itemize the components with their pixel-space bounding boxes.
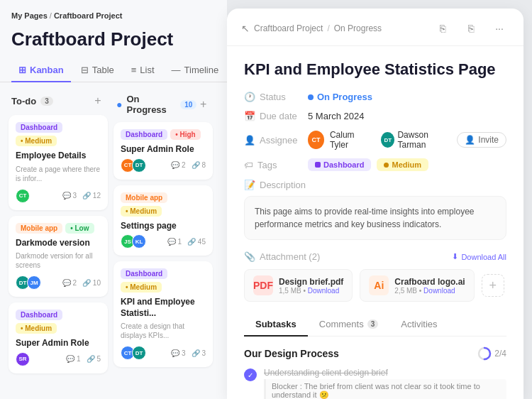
detail-breadcrumb: ↖ Craftboard Project / On Progress (241, 23, 382, 34)
status-label: 🕐 Status (244, 92, 308, 102)
add-progress-button[interactable]: + (196, 97, 210, 111)
card-meta: 💬 2 🔗 8 (171, 161, 206, 169)
card-avatars: CT (16, 189, 27, 203)
detail-panel: ↖ Craftboard Project / On Progress ⎘ ⎘ ·… (227, 9, 523, 399)
attachment-header: 📎 Attachment (2) ⬇ Download All (244, 251, 506, 262)
avatar: JM (27, 275, 41, 290)
column-todo-header: To-do 3 + (9, 94, 108, 108)
breadcrumb: My Pages / Craftboard Project (0, 11, 227, 26)
avatar: SR (16, 352, 30, 366)
tag-mobile: Mobile app (16, 223, 62, 234)
timeline-icon: — (172, 65, 181, 75)
tags-row: 🏷 Tags Dashboard Medium (244, 158, 506, 171)
card-title: Super Admin Role (121, 144, 206, 155)
add-todo-button[interactable]: + (91, 94, 105, 108)
list-icon: ≡ (131, 65, 137, 75)
more-button[interactable]: ··· (489, 18, 509, 38)
card-darkmode: Mobile app • Low Darkmode version Darkmo… (9, 216, 108, 297)
card-subtitle: Create a design that displays KPIs... (121, 322, 206, 340)
tab-timeline[interactable]: — Timeline (165, 59, 226, 82)
card-avatars: JS KL (121, 234, 143, 248)
attachment-icon: 📎 (244, 251, 255, 262)
like-count: 🔗 3 (192, 349, 206, 357)
share-button[interactable]: ⎘ (461, 18, 481, 38)
tag-medium: • Medium (16, 136, 57, 146)
progress-dot: ● (116, 99, 122, 110)
card-footer: JS KL 💬 1 🔗 45 (121, 234, 206, 248)
subtab-comments[interactable]: Comments 3 (308, 313, 389, 337)
file-info-ai: Crafboard logo.ai 2,5 MB • Download (394, 277, 465, 295)
assignee-value: CT Calum Tyler DT Dawson Tarman 👤 Invite (308, 130, 506, 150)
tag-medium: • Medium (121, 206, 162, 217)
subtask-title-1: Understanding client design brief (264, 368, 506, 378)
header-actions: ⎘ ⎘ ··· (433, 18, 509, 38)
card-meta: 💬 3 🔗 12 (62, 192, 101, 200)
download-all-button[interactable]: ⬇ Download All (452, 252, 506, 261)
file-size-ai: 2,5 MB • Download (394, 287, 465, 295)
column-todo-title: To-do (11, 96, 36, 106)
card-tags: Dashboard • Medium (16, 122, 101, 146)
description-text: This page aims to provide real-time insi… (244, 196, 506, 240)
tag-icon: 🏷 (244, 160, 253, 170)
detail-body: KPI and Employee Statistics Page 🕐 Statu… (227, 46, 523, 399)
card-super-admin-todo: Dashboard • Medium Super Admin Role SR 💬… (9, 302, 108, 373)
kanban-icon: ⊞ (18, 65, 26, 75)
tab-table[interactable]: ⊟ Table (74, 59, 121, 82)
column-on-progress: ● On Progress 10 + Dashboard • High Supe… (111, 91, 216, 399)
invite-button[interactable]: 👤 Invite (457, 132, 506, 148)
card-subtitle: Create a page where there is infor... (16, 165, 101, 183)
download-pdf-btn[interactable]: Download (308, 287, 339, 295)
tags-value: Dashboard Medium (308, 158, 428, 171)
attachment-item-ai: Ai Crafboard logo.ai 2,5 MB • Download (360, 269, 474, 302)
progress-icon (477, 346, 492, 361)
tag-dashboard: Dashboard (121, 129, 167, 140)
comment-count: 💬 3 (171, 349, 185, 357)
card-avatars: DT JM (16, 275, 38, 290)
tab-list[interactable]: ≡ List (124, 59, 162, 82)
left-panel: My Pages / Craftboard Project Craftboard… (0, 0, 227, 399)
subtab-activities[interactable]: Activities (389, 313, 448, 337)
person-icon: 👤 (244, 135, 255, 146)
card-tags: Mobile app • Medium (121, 192, 206, 217)
card-meta: 💬 2 🔗 10 (62, 279, 101, 287)
attachment-label: 📎 Attachment (2) (244, 251, 320, 262)
description-icon: 📝 (244, 180, 255, 190)
status-value: On Progress (308, 92, 372, 102)
file-name-pdf: Design brief.pdf (279, 277, 343, 287)
download-ai-btn[interactable]: Download (423, 287, 455, 295)
card-title: KPI and Employee Statisti... (121, 297, 206, 319)
tag-dashboard: Dashboard (16, 310, 62, 320)
like-count: 🔗 5 (87, 355, 101, 363)
like-count: 🔗 8 (192, 161, 206, 169)
status-row: 🕐 Status On Progress (244, 92, 506, 102)
status-dot (308, 94, 314, 100)
edit-button[interactable]: ⎘ (433, 18, 453, 38)
kanban-board: To-do 3 + Dashboard • Medium Employee De… (0, 91, 227, 399)
card-meta: 💬 1 🔗 45 (167, 238, 206, 246)
tag-icon-sq (315, 162, 321, 168)
description-label: 📝 Description (244, 180, 506, 190)
file-info-pdf: Design brief.pdf 1,5 MB • Download (279, 277, 343, 295)
tag-dashboard: Dashboard (16, 122, 62, 133)
tab-kanban[interactable]: ⊞ Kanban (11, 59, 71, 82)
add-attachment-button[interactable]: + (482, 274, 504, 297)
subtab-subtasks[interactable]: Subtasks (244, 313, 308, 337)
project-title: Craftboard Project (0, 26, 227, 59)
file-name-ai: Crafboard logo.ai (394, 277, 465, 287)
card-title: Super Admin Role (16, 338, 101, 349)
card-kpi[interactable]: Dashboard • Medium KPI and Employee Stat… (113, 261, 213, 367)
subtask-check-1[interactable] (244, 368, 257, 381)
subtabs: Subtasks Comments 3 Activities (244, 313, 506, 337)
column-todo: To-do 3 + Dashboard • Medium Employee De… (6, 91, 111, 399)
tag-mobile: Mobile app (121, 192, 167, 203)
subtask-section-header: Our Design Process 2/4 (244, 346, 506, 361)
download-icon: ⬇ (452, 252, 458, 261)
ai-icon: Ai (369, 275, 389, 295)
subtask-item-1: Understanding client design brief Blocke… (244, 368, 506, 399)
assignee1-avatar: CT (308, 131, 324, 149)
file-size-pdf: 1,5 MB • Download (279, 287, 343, 295)
comment-count: 💬 2 (171, 161, 185, 169)
subtask-blocker-1: Blocker : The brief from client was not … (264, 379, 506, 399)
view-tabs: ⊞ Kanban ⊟ Table ≡ List — Timeline (0, 59, 227, 82)
due-date-row: 📅 Due date 5 March 2024 (244, 111, 506, 121)
